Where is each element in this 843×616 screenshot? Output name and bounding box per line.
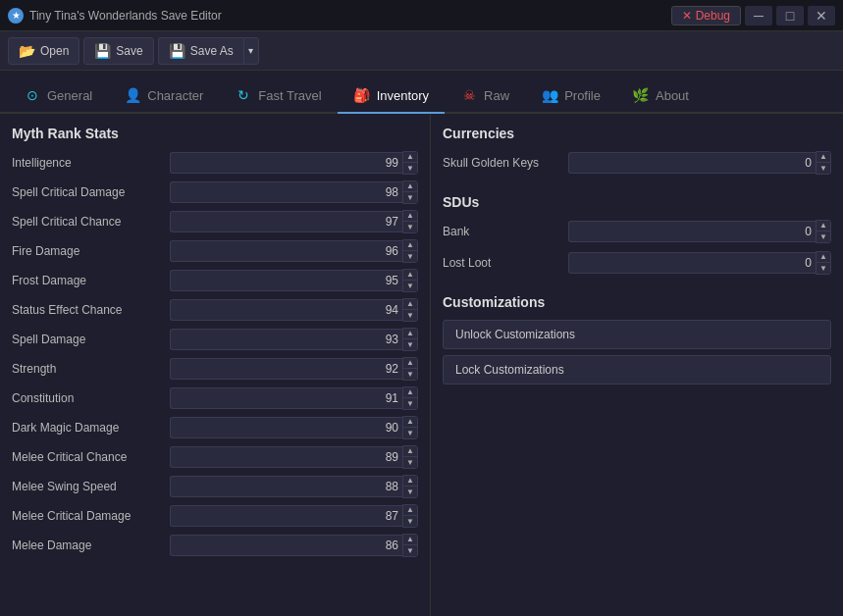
stat-spinner: ▲ ▼	[402, 386, 418, 410]
spin-up-button[interactable]: ▲	[403, 181, 417, 192]
spin-down-button[interactable]: ▼	[403, 281, 417, 291]
stat-spinner: ▲ ▼	[402, 475, 418, 498]
spin-up-button[interactable]: ▲	[403, 387, 417, 398]
stat-row: Melee Damage 86 ▲ ▼	[12, 534, 418, 557]
sdu-row: Lost Loot 0 ▲ ▼	[443, 251, 831, 275]
save-as-button[interactable]: 💾 Save As	[158, 37, 243, 65]
spin-up-button[interactable]: ▲	[403, 299, 417, 310]
spin-up-button[interactable]: ▲	[403, 535, 417, 545]
spin-down-button[interactable]: ▼	[403, 369, 417, 380]
minimize-button[interactable]: ─	[745, 6, 772, 26]
spin-up-button[interactable]: ▲	[403, 329, 417, 339]
stat-label: Constitution	[12, 391, 164, 405]
stat-label: Frost Damage	[12, 274, 164, 287]
stat-bar: 87	[170, 505, 402, 527]
spin-up-button[interactable]: ▲	[403, 446, 417, 457]
open-icon: 📂	[19, 43, 35, 59]
stat-input-group: 86 ▲ ▼	[170, 534, 418, 557]
spin-down-button[interactable]: ▼	[403, 457, 417, 468]
sdu-spin-up[interactable]: ▲	[817, 252, 830, 263]
save-as-group: 💾 Save As ▾	[158, 37, 259, 65]
currency-label: Skull Golden Keys	[443, 156, 560, 170]
stat-value: 87	[386, 509, 398, 523]
tab-about[interactable]: 🌿 About	[616, 78, 705, 114]
spin-down-button[interactable]: ▼	[403, 163, 417, 174]
stat-value: 92	[386, 362, 398, 376]
fasttravel-icon: ↻	[235, 86, 252, 104]
sdu-spin-down[interactable]: ▼	[817, 231, 830, 242]
stat-value: 93	[386, 333, 398, 346]
tabs: ⊙ General 👤 Character ↻ Fast Travel 🎒 In…	[0, 71, 843, 114]
spin-down-button[interactable]: ▼	[403, 545, 417, 556]
spin-down-button[interactable]: ▼	[403, 192, 417, 203]
spin-up-button[interactable]: ▲	[403, 152, 417, 163]
tab-profile[interactable]: 👥 Profile	[525, 78, 616, 114]
spin-down-button[interactable]: ▼	[403, 310, 417, 321]
app-title: Tiny Tina's Wonderlands Save Editor	[29, 9, 222, 23]
lock-customizations-button[interactable]: Lock Customizations	[443, 355, 831, 385]
currency-spin-down[interactable]: ▼	[817, 163, 830, 174]
about-icon: 🌿	[632, 86, 650, 104]
sdu-label: Bank	[443, 225, 560, 238]
stat-value: 91	[386, 391, 398, 405]
stat-row: Strength 92 ▲ ▼	[12, 357, 418, 381]
currencies-title: Currencies	[443, 126, 831, 141]
stat-spinner: ▲ ▼	[402, 210, 418, 233]
spin-up-button[interactable]: ▲	[403, 505, 417, 516]
stat-row: Melee Critical Damage 87 ▲ ▼	[12, 504, 418, 528]
spin-down-button[interactable]: ▼	[403, 251, 417, 262]
tab-character[interactable]: 👤 Character	[108, 78, 219, 114]
tab-raw[interactable]: ☠ Raw	[445, 78, 525, 114]
sdu-spin-down[interactable]: ▼	[817, 263, 830, 274]
title-bar-controls: ✕ Debug ─ □ ✕	[671, 6, 835, 26]
stat-label: Dark Magic Damage	[12, 421, 164, 435]
sdu-label: Lost Loot	[443, 256, 560, 270]
sdu-spin-up[interactable]: ▲	[817, 221, 830, 231]
stat-spinner: ▲ ▼	[402, 239, 418, 263]
stat-row: Spell Critical Damage 98 ▲ ▼	[12, 180, 418, 204]
currency-input-group: 0 ▲ ▼	[568, 151, 831, 175]
unlock-customizations-button[interactable]: Unlock Customizations	[443, 320, 831, 349]
tab-fasttravel[interactable]: ↻ Fast Travel	[219, 78, 337, 114]
spin-down-button[interactable]: ▼	[403, 222, 417, 232]
spin-up-button[interactable]: ▲	[403, 211, 417, 222]
close-button[interactable]: ✕	[808, 6, 835, 26]
open-button[interactable]: 📂 Open	[8, 37, 79, 65]
spin-up-button[interactable]: ▲	[403, 358, 417, 369]
stat-input-group: 87 ▲ ▼	[170, 504, 418, 528]
currency-spinner: ▲ ▼	[816, 151, 831, 175]
stat-spinner: ▲ ▼	[402, 357, 418, 381]
stat-spinner: ▲ ▼	[402, 416, 418, 439]
stat-row: Fire Damage 96 ▲ ▼	[12, 239, 418, 263]
spin-down-button[interactable]: ▼	[403, 398, 417, 409]
spin-down-button[interactable]: ▼	[403, 339, 417, 350]
stat-bar: 91	[170, 387, 402, 409]
spin-up-button[interactable]: ▲	[403, 417, 417, 428]
stat-bar: 95	[170, 270, 402, 291]
save-as-dropdown-arrow[interactable]: ▾	[243, 37, 259, 65]
spin-down-button[interactable]: ▼	[403, 428, 417, 438]
stat-bar: 96	[170, 240, 402, 262]
spin-down-button[interactable]: ▼	[403, 516, 417, 527]
spin-down-button[interactable]: ▼	[403, 487, 417, 497]
profile-icon: 👥	[541, 86, 558, 104]
tab-inventory[interactable]: 🎒 Inventory	[338, 78, 445, 114]
currency-spin-up[interactable]: ▲	[817, 152, 830, 163]
tab-general[interactable]: ⊙ General	[8, 78, 108, 114]
stat-value: 86	[386, 539, 398, 552]
title-bar: ★ Tiny Tina's Wonderlands Save Editor ✕ …	[0, 0, 843, 31]
save-button[interactable]: 💾 Save	[83, 37, 153, 65]
stat-bar: 97	[170, 211, 402, 232]
spin-up-button[interactable]: ▲	[403, 240, 417, 251]
stat-input-group: 90 ▲ ▼	[170, 416, 418, 439]
debug-button[interactable]: ✕ Debug	[671, 6, 741, 26]
maximize-button[interactable]: □	[776, 6, 804, 26]
spin-up-button[interactable]: ▲	[403, 270, 417, 281]
save-icon: 💾	[94, 43, 111, 59]
spin-up-button[interactable]: ▲	[403, 476, 417, 487]
stat-label: Melee Critical Damage	[12, 509, 164, 523]
sdu-field: 0	[568, 221, 816, 242]
stat-spinner: ▲ ▼	[402, 298, 418, 322]
stat-spinner: ▲ ▼	[402, 445, 418, 469]
stat-row: Melee Critical Chance 89 ▲ ▼	[12, 445, 418, 469]
